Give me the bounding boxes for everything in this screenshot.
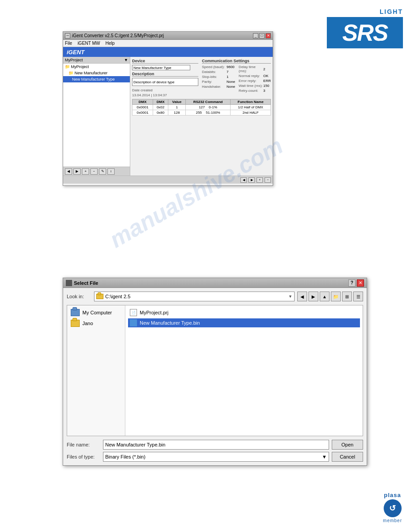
lookin-path-box[interactable]: C:\igent 2.5 ▼ <box>94 292 295 301</box>
comm-parity-label: Parity: <box>202 80 227 84</box>
cell-value2: 128 <box>168 110 186 116</box>
cell-dmx-val1: 0x02 <box>153 105 168 110</box>
nav-new-folder-btn[interactable]: 📁 <box>331 292 341 301</box>
file-item-bin[interactable]: New Manufacturer Type.bin <box>128 318 360 327</box>
toolbar-btn-forward[interactable]: ▶ <box>73 168 81 175</box>
tree-item-manufacturer-type[interactable]: New Manufacturer Type <box>63 76 130 82</box>
status-btn-2[interactable]: ▶ <box>248 177 255 183</box>
plasa-member-text: member <box>383 518 402 523</box>
nav-up-btn[interactable]: ▲ <box>320 292 330 301</box>
comm-stopbits-row: Stop-bits: 1 <box>202 75 235 79</box>
lookin-dropdown-arrow[interactable]: ▼ <box>288 294 292 299</box>
nav-item-jano[interactable]: Jano <box>67 318 125 329</box>
comm-handshake-row: Handshake: None <box>202 85 235 89</box>
device-description-input[interactable] <box>132 78 198 86</box>
comm-databits-row: Databits: 7 <box>202 70 235 74</box>
toolbar-btn-back[interactable]: ◀ <box>65 168 72 175</box>
srs-logo: LIGHT SRS DESIGN <box>327 8 403 48</box>
dialog-left-nav: My Computer Jano <box>67 305 125 436</box>
app-title: iGent Converter v2.5 C:/gent 2.5/MyProje… <box>72 33 164 38</box>
app-titlebar: ─ iGent Converter v2.5 C:/gent 2.5/MyPro… <box>63 32 273 40</box>
col-dmx-addr: DMX <box>133 99 153 105</box>
filetype-label: Files of type: <box>67 454 100 459</box>
date-created-label: Date created <box>132 88 198 92</box>
filetype-select[interactable]: Binary Files (*.bin) ▼ <box>103 452 329 462</box>
view-list-btn[interactable]: ☰ <box>353 292 363 301</box>
filetype-row: Files of type: Binary Files (*.bin) ▼ Ca… <box>67 452 363 462</box>
plasa-text: plasa <box>383 492 402 498</box>
status-btn-1[interactable]: ◀ <box>240 177 247 183</box>
app-minimize-btn[interactable]: ─ <box>65 33 70 39</box>
menu-help[interactable]: Help <box>106 41 115 46</box>
app-menubar: File iGENT MW Help <box>63 40 273 47</box>
cell-func2: 2nd HALF <box>231 110 271 116</box>
dialog-close-button[interactable]: ✕ <box>357 279 364 287</box>
device-type-input[interactable] <box>132 65 190 70</box>
toolbar-btn-remove[interactable]: − <box>90 168 98 175</box>
comm-parity-value: None <box>227 80 235 84</box>
left-panel-toolbar: ◀ ▶ + − ✎ i <box>63 167 130 176</box>
tree-item-myproject[interactable]: 📁 MyProject <box>63 64 130 70</box>
dialog-help-button[interactable]: ? <box>348 279 355 287</box>
dialog-controls: ? ✕ <box>348 279 364 287</box>
status-btn-3[interactable]: + <box>257 177 263 183</box>
comm-waittime-value: 150 <box>263 84 269 88</box>
cell-dmx-addr1: 0x0001 <box>133 105 153 110</box>
date-value: 13.04.2014 | 13:04:37 <box>132 93 198 97</box>
app-close-button[interactable]: ✕ <box>265 33 271 39</box>
comm-databits-value: 7 <box>227 70 228 74</box>
comm-stopbits-value: 1 <box>227 75 228 79</box>
tree-item-manufacturer[interactable]: 📁 New Manufacturer <box>63 70 130 76</box>
nav-forward-btn[interactable]: ▶ <box>308 292 318 301</box>
app-header-title: iGENT <box>67 49 85 56</box>
app-window: ─ iGent Converter v2.5 C:/gent 2.5/MyPro… <box>63 31 273 186</box>
comm-normalreply-label: Normal reply: <box>239 74 263 78</box>
table-row[interactable]: 0x0001 0x80 128 255 51-100% 2nd HALF <box>133 110 271 116</box>
cell-func1: 1/2 Half of DMX <box>231 105 271 110</box>
col-dmx-val: DMX <box>153 99 168 105</box>
left-panel-header: MyProject ▼ <box>63 57 130 64</box>
filename-input[interactable] <box>103 440 329 450</box>
comm-delay-label: Delay time (ms): <box>239 65 263 73</box>
comm-delay-value: 2 <box>263 67 265 71</box>
dialog-content-area: My Computer Jano 📄 MyProject.prj New Man… <box>67 305 363 436</box>
filetype-value: Binary Files (*.bin) <box>105 454 146 459</box>
left-panel-expand[interactable]: ▼ <box>124 58 128 62</box>
file-item-prj[interactable]: 📄 MyProject.prj <box>128 308 360 317</box>
filetype-dropdown-arrow: ▼ <box>322 454 327 459</box>
filename-row: File name: Open <box>67 440 363 450</box>
status-btn-4[interactable]: − <box>265 177 271 183</box>
app-minimize-button[interactable]: _ <box>253 33 258 39</box>
comm-delay-row: Delay time (ms): 2 <box>239 65 271 73</box>
dialog-icon <box>66 280 72 286</box>
lookin-row: Look in: C:\igent 2.5 ▼ ◀ ▶ ▲ 📁 ⊞ ☰ <box>67 292 363 301</box>
toolbar-btn-edit[interactable]: ✎ <box>99 168 106 175</box>
cell-value1: 1 <box>168 105 186 110</box>
table-row[interactable]: 0x0001 0x02 1 127 0-1% 1/2 Half of DMX <box>133 105 271 110</box>
comm-stopbits-label: Stop-bits: <box>202 75 227 79</box>
col-value: Value <box>168 99 186 105</box>
comm-waittime-label: Wait time (ms): <box>239 84 263 88</box>
cancel-button[interactable]: Cancel <box>332 452 363 462</box>
view-icons-btn[interactable]: ⊞ <box>342 292 352 301</box>
open-button[interactable]: Open <box>332 440 363 450</box>
comm-databits-label: Databits: <box>202 70 227 74</box>
lookin-path-text: C:\igent 2.5 <box>105 294 287 299</box>
comm-errorreply-label: Error reply: <box>239 79 263 83</box>
comm-speed-value: 9600 <box>227 65 235 69</box>
plasa-logo: plasa ↺ member <box>383 492 402 523</box>
plasa-arrow-icon: ↺ <box>389 503 396 513</box>
data-table: DMX DMX Value RS232 Command Function Nam… <box>132 99 271 116</box>
menu-file[interactable]: File <box>65 41 72 46</box>
comm-parity-row: Parity: None <box>202 80 235 84</box>
nav-item-mycomputer[interactable]: My Computer <box>67 307 125 318</box>
app-body: MyProject ▼ 📁 MyProject 📁 New Manufactur… <box>63 57 273 176</box>
app-maximize-button[interactable]: □ <box>259 33 265 39</box>
lookin-nav-buttons: ◀ ▶ ▲ 📁 ⊞ ☰ <box>297 292 363 301</box>
toolbar-btn-info[interactable]: i <box>107 168 115 175</box>
menu-igent-mw[interactable]: iGENT MW <box>77 41 100 46</box>
comm-right-fields: Delay time (ms): 2 Normal reply: OK Erro… <box>239 65 271 94</box>
lookin-folder-icon <box>96 294 103 299</box>
toolbar-btn-add[interactable]: + <box>82 168 89 175</box>
nav-back-btn[interactable]: ◀ <box>297 292 307 301</box>
